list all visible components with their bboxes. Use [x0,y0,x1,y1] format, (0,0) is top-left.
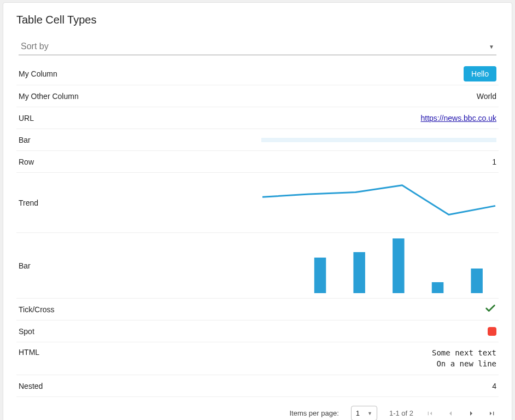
next-page-button[interactable] [467,409,476,418]
html-content: Some next text On a new line [432,348,496,369]
url-link[interactable]: https://news.bbc.co.uk [420,114,496,122]
row-label: URL [19,114,34,122]
row-label: Spot [19,327,34,336]
last-page-icon [488,409,496,418]
page-size-select[interactable]: 1 ▼ [351,406,377,420]
badge-hello[interactable]: Hello [464,66,496,81]
range-label: 1-1 of 2 [389,409,413,417]
row-label: Bar [19,261,31,270]
last-page-button[interactable] [488,409,496,418]
row-value [38,178,496,228]
spot-indicator-icon [488,327,496,336]
row-value: https://news.bbc.co.uk [34,114,496,122]
row-spot: Spot [16,320,499,342]
row-value: 1 [34,158,496,166]
row-label: My Other Column [19,92,79,101]
row-progress-bar: Bar [16,129,499,151]
row-trend: Trend [16,173,499,233]
row-html: HTML Some next text On a new line [16,342,499,375]
row-tick-cross: Tick/Cross [16,299,499,320]
row-my-column: My Column Hello [16,63,499,85]
page-title: Table Cell Types [16,14,499,26]
row-my-other-column: My Other Column World [16,85,499,107]
sort-dropdown[interactable]: Sort by ▼ [19,38,496,55]
chevron-down-icon: ▼ [489,44,494,50]
sort-label: Sort by [21,42,49,51]
svg-rect-4 [471,269,483,293]
trend-sparkline-icon [261,178,496,228]
nav-icons [425,409,496,418]
row-url: URL https://news.bbc.co.uk [16,107,499,129]
paginator: Items per page: 1 ▼ 1-1 of 2 [16,397,499,420]
row-value: World [79,92,496,101]
row-label: Bar [19,136,31,144]
svg-rect-1 [353,252,365,293]
bar-sparkline-icon [261,238,496,293]
items-per-page-label: Items per page: [289,409,338,417]
chevron-left-icon [446,409,455,418]
row-label: Trend [19,199,38,207]
row-value [55,302,496,316]
svg-rect-2 [393,238,405,293]
row-row: Row 1 [16,151,499,173]
chevron-down-icon: ▼ [367,411,372,416]
row-value: 4 [43,382,496,390]
row-label: Tick/Cross [19,305,55,314]
row-label: HTML [19,348,39,357]
row-value [31,238,496,293]
row-value [34,327,496,336]
prev-page-button[interactable] [446,409,455,418]
row-label: My Column [19,69,57,78]
row-value: Some next text On a new line [39,348,496,369]
first-page-button[interactable] [425,409,434,418]
svg-rect-3 [432,282,444,293]
chevron-right-icon [467,409,476,418]
row-value [31,138,496,142]
svg-rect-0 [314,258,326,293]
row-bars: Bar [16,233,499,299]
progress-track [261,138,496,142]
card: Table Cell Types Sort by ▼ My Column Hel… [3,2,512,420]
first-page-icon [425,409,434,418]
row-value: Hello [57,66,496,81]
row-label: Nested [19,382,43,390]
page-size-value: 1 [356,409,360,417]
row-label: Row [19,158,34,166]
row-nested: Nested 4 [16,375,499,397]
check-icon [484,302,496,316]
